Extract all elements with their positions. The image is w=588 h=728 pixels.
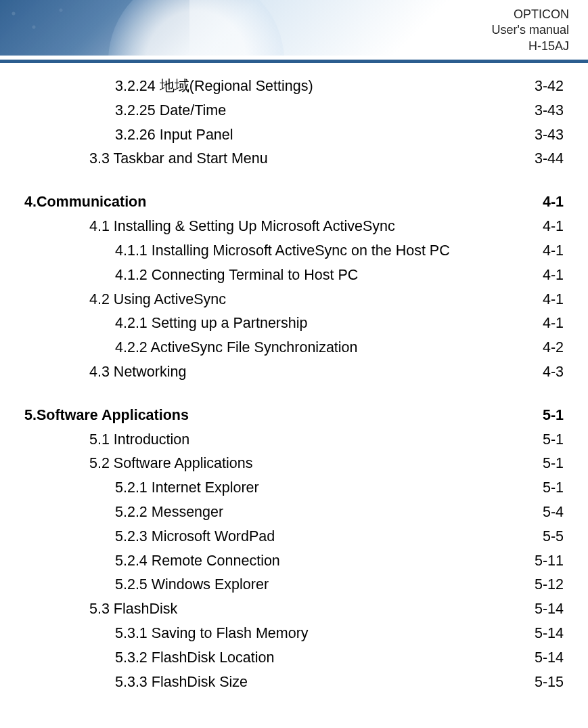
toc-row: 4.2.2 ActiveSync File Synchronization 4-… — [24, 337, 564, 359]
toc-row: 4.Communication 4-1 — [24, 191, 564, 213]
toc-section-gap — [24, 385, 564, 404]
toc-row: 5.2.1 Internet Explorer 5-1 — [24, 477, 564, 499]
toc-page: 4-2 — [543, 337, 564, 359]
toc-page: 4-1 — [543, 264, 564, 286]
toc-label: 3.2.24 地域(Regional Settings) — [115, 75, 313, 98]
toc-label: 5.2.5 Windows Explorer — [115, 574, 269, 596]
toc-label: 4.2 Using ActiveSync — [89, 288, 226, 311]
toc-page: 5-5 — [543, 526, 564, 548]
toc-label: 4.2.2 ActiveSync File Synchronization — [115, 337, 358, 359]
toc-row: 4.1.2 Connecting Terminal to Host PC 4-1 — [24, 264, 564, 286]
toc-row: 5.2 Software Applications 5-1 — [24, 452, 564, 475]
toc-label: 4.1.2 Connecting Terminal to Host PC — [115, 264, 358, 286]
toc-label: 5.2 Software Applications — [89, 452, 252, 475]
toc-label: 4.3 Networking — [89, 361, 186, 383]
toc-row: 4.2 Using ActiveSync 4-1 — [24, 288, 564, 311]
toc-label: 5.3.2 FlashDisk Location — [115, 647, 274, 669]
toc-page: 5-14 — [535, 622, 564, 645]
toc-row: 4.1.1 Installing Microsoft ActiveSync on… — [24, 240, 564, 262]
toc-row: 5.2.4 Remote Connection 5-11 — [24, 550, 564, 572]
toc-row: 5.3.1 Saving to Flash Memory 5-14 — [24, 622, 564, 645]
toc-label: 4.1 Installing & Setting Up Microsoft Ac… — [89, 215, 395, 238]
toc-page: 5-1 — [543, 477, 564, 499]
toc-page: 5-14 — [535, 598, 564, 620]
toc-row: 3.2.24 地域(Regional Settings) 3-42 — [24, 75, 564, 98]
toc-label: 3.3 Taskbar and Start Menu — [89, 148, 268, 170]
toc-label: 5.1 Introduction — [89, 429, 189, 451]
toc-label: 4.Communication — [24, 191, 146, 213]
toc-label: 5.2.1 Internet Explorer — [115, 477, 259, 499]
toc-page: 4-1 — [543, 215, 564, 238]
toc-page: 5-1 — [543, 404, 564, 427]
toc-page: 5-1 — [543, 452, 564, 475]
toc-page: 5-1 — [543, 429, 564, 451]
toc-row: 5.Software Applications 5-1 — [24, 404, 564, 427]
toc-page: 4-1 — [543, 191, 564, 213]
toc-label: 5.2.4 Remote Connection — [115, 550, 280, 572]
toc-row: 4.1 Installing & Setting Up Microsoft Ac… — [24, 215, 564, 238]
toc-row: 5.3.3 FlashDisk Size 5-15 — [24, 671, 564, 693]
header-banner: OPTICON User's manual H-15AJ — [0, 0, 588, 56]
toc-label: 3.2.26 Input Panel — [115, 124, 233, 146]
toc-page: 5-4 — [543, 501, 564, 523]
toc-row: 5.2.5 Windows Explorer 5-12 — [24, 574, 564, 596]
toc-label: 5.3.3 FlashDisk Size — [115, 671, 248, 693]
toc-page: 4-1 — [543, 312, 564, 335]
toc-section-gap — [24, 172, 564, 191]
toc-page: 3-43 — [535, 124, 564, 146]
toc-label: 3.2.25 Date/Time — [115, 100, 226, 122]
toc-row: 5.2.2 Messenger 5-4 — [24, 501, 564, 523]
toc-row: 3.2.26 Input Panel 3-43 — [24, 124, 564, 146]
toc-label: 4.1.1 Installing Microsoft ActiveSync on… — [115, 240, 450, 262]
header-decoration-curve — [108, 0, 284, 56]
toc-page: 5-12 — [535, 574, 564, 596]
header-subtitle: User's manual — [492, 22, 569, 38]
toc-page: 4-1 — [543, 240, 564, 262]
toc-row: 3.2.25 Date/Time 3-43 — [24, 100, 564, 122]
toc-label: 5.3 FlashDisk — [89, 598, 177, 620]
toc-row: 3.3 Taskbar and Start Menu 3-44 — [24, 148, 564, 170]
toc-page: 3-44 — [535, 148, 564, 170]
toc-row: 5.3.2 FlashDisk Location 5-14 — [24, 647, 564, 669]
header-brand: OPTICON — [492, 7, 569, 22]
toc-content: 3.2.24 地域(Regional Settings) 3-423.2.25 … — [0, 63, 588, 693]
toc-page: 5-15 — [535, 671, 564, 693]
toc-row: 4.3 Networking 4-3 — [24, 361, 564, 383]
toc-page: 5-14 — [535, 647, 564, 669]
toc-row: 5.3 FlashDisk 5-14 — [24, 598, 564, 620]
toc-label: 5.2.3 Microsoft WordPad — [115, 526, 275, 548]
toc-label: 5.3.1 Saving to Flash Memory — [115, 622, 309, 645]
toc-page: 3-42 — [535, 75, 564, 98]
header-text-block: OPTICON User's manual H-15AJ — [492, 7, 569, 54]
header-model: H-15AJ — [492, 39, 569, 54]
toc-page: 3-43 — [535, 100, 564, 122]
toc-page: 4-3 — [543, 361, 564, 383]
toc-row: 5.1 Introduction 5-1 — [24, 429, 564, 451]
toc-row: 5.2.3 Microsoft WordPad 5-5 — [24, 526, 564, 548]
toc-page: 5-11 — [535, 550, 564, 572]
toc-page: 4-1 — [543, 288, 564, 311]
toc-label: 5.2.2 Messenger — [115, 501, 223, 523]
toc-label: 5.Software Applications — [24, 404, 189, 427]
toc-label: 4.2.1 Setting up a Partnership — [115, 312, 307, 335]
toc-row: 4.2.1 Setting up a Partnership 4-1 — [24, 312, 564, 335]
